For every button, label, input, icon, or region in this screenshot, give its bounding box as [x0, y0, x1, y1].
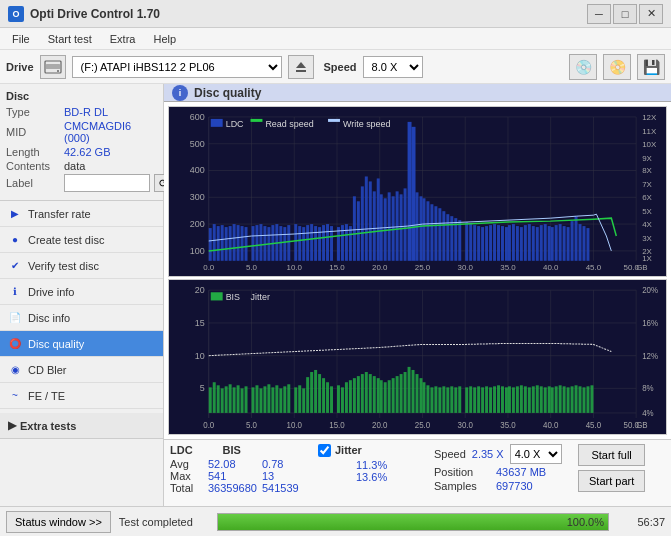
extra-section: ▶ Extra tests	[0, 413, 163, 439]
jitter-avg: 11.3%	[356, 459, 387, 471]
drive-select[interactable]: (F:) ATAPI iHBS112 2 PL06	[72, 56, 282, 78]
close-button[interactable]: ✕	[639, 4, 663, 24]
progress-label: 100.0%	[567, 514, 604, 530]
disc-mid-row: MID CMCMAGDI6 (000)	[6, 120, 157, 144]
svg-rect-50	[245, 228, 248, 262]
jitter-checkbox[interactable]	[318, 444, 331, 457]
label-input[interactable]	[64, 174, 150, 192]
nav-drive-info[interactable]: ℹ Drive info	[0, 279, 163, 305]
svg-rect-213	[353, 378, 356, 413]
verify-test-disc-icon: ✔	[8, 259, 22, 273]
ldc-chart: 600 500 400 300 200 100 12X 11X 10X 9X 8…	[168, 106, 667, 277]
svg-rect-53	[259, 225, 262, 262]
minimize-button[interactable]: ─	[587, 4, 611, 24]
svg-text:0.0: 0.0	[203, 263, 215, 272]
svg-rect-42	[213, 225, 216, 262]
svg-point-2	[57, 70, 59, 72]
svg-rect-268	[571, 387, 574, 414]
svg-rect-228	[412, 370, 415, 413]
status-window-button[interactable]: Status window >>	[6, 511, 111, 533]
svg-text:25.0: 25.0	[415, 421, 431, 430]
svg-rect-105	[473, 226, 476, 262]
svg-rect-61	[294, 225, 297, 262]
menu-extra[interactable]: Extra	[102, 31, 144, 47]
svg-text:GB: GB	[636, 421, 647, 430]
maximize-button[interactable]: □	[613, 4, 637, 24]
svg-rect-117	[520, 228, 523, 262]
svg-rect-234	[434, 387, 437, 414]
svg-rect-79	[369, 182, 372, 261]
disc-length-row: Length 42.62 GB	[6, 146, 157, 158]
menu-help[interactable]: Help	[145, 31, 184, 47]
svg-rect-204	[314, 370, 317, 413]
toolbar-btn3[interactable]: 💾	[637, 54, 665, 80]
svg-rect-46	[229, 227, 232, 262]
menu-file[interactable]: File	[4, 31, 38, 47]
svg-rect-270	[579, 387, 582, 414]
app-title: Opti Drive Control 1.70	[30, 7, 160, 21]
nav-cd-bler[interactable]: ◉ CD Bler	[0, 357, 163, 383]
toolbar-btn2[interactable]: 📀	[603, 54, 631, 80]
disc-label-row: Label ⟳	[6, 174, 157, 192]
svg-text:5: 5	[200, 384, 205, 394]
eject-button[interactable]	[288, 55, 314, 79]
svg-rect-62	[298, 227, 301, 262]
svg-text:12X: 12X	[642, 113, 657, 122]
sidebar: Disc Type BD-R DL MID CMCMAGDI6 (000) Le…	[0, 84, 164, 506]
svg-rect-183	[225, 387, 228, 414]
drive-icon-btn[interactable]	[40, 55, 66, 79]
svg-rect-80	[373, 192, 376, 261]
svg-rect-58	[279, 227, 282, 262]
speed-select-stats[interactable]: 4.0 X	[510, 444, 562, 464]
titlebar: O Opti Drive Control 1.70 ─ □ ✕	[0, 0, 671, 28]
svg-rect-201	[302, 389, 305, 414]
svg-rect-184	[229, 384, 232, 413]
svg-rect-108	[485, 227, 488, 262]
svg-rect-232	[426, 385, 429, 413]
svg-rect-186	[237, 385, 240, 413]
svg-rect-112	[501, 227, 504, 262]
stats-bar: LDC BIS Avg 52.08 0.78 Max 541 13 Tota	[164, 439, 671, 506]
nav-disc-quality[interactable]: ⭕ Disc quality	[0, 331, 163, 357]
svg-rect-221	[384, 382, 387, 413]
svg-rect-236	[442, 387, 445, 414]
start-part-button[interactable]: Start part	[578, 470, 645, 492]
fe-te-icon: ~	[8, 389, 22, 403]
disc-contents-row: Contents data	[6, 160, 157, 172]
extra-tests-header[interactable]: ▶ Extra tests	[0, 413, 163, 439]
disc-info-icon: 📄	[8, 311, 22, 325]
disc-length-label: Length	[6, 146, 64, 158]
svg-rect-48	[237, 226, 240, 262]
nav-transfer-rate[interactable]: ▶ Transfer rate	[0, 201, 163, 227]
svg-text:500: 500	[190, 139, 205, 149]
statusbar: Status window >> Test completed 100.0% 5…	[0, 506, 671, 536]
svg-rect-272	[586, 387, 589, 414]
svg-text:35.0: 35.0	[500, 263, 516, 272]
ldc-stats: LDC BIS Avg 52.08 0.78 Max 541 13 Tota	[170, 444, 302, 494]
svg-text:40.0: 40.0	[543, 421, 559, 430]
svg-text:40.0: 40.0	[543, 263, 559, 272]
menu-start-test[interactable]: Start test	[40, 31, 100, 47]
nav-disc-info[interactable]: 📄 Disc info	[0, 305, 163, 331]
nav-fe-te[interactable]: ~ FE / TE	[0, 383, 163, 409]
bis-header: BIS	[223, 444, 241, 456]
nav-create-test-disc[interactable]: ● Create test disc	[0, 227, 163, 253]
speed-select[interactable]: 8.0 X	[363, 56, 423, 78]
svg-rect-197	[283, 387, 286, 414]
svg-rect-193	[267, 384, 270, 413]
svg-rect-51	[252, 227, 255, 262]
svg-rect-185	[233, 388, 236, 414]
start-full-button[interactable]: Start full	[578, 444, 645, 466]
svg-rect-220	[380, 380, 383, 413]
avg-label: Avg	[170, 458, 204, 470]
svg-rect-219	[377, 378, 380, 413]
svg-text:5.0: 5.0	[246, 263, 258, 272]
samples-value: 697730	[496, 480, 533, 492]
nav-verify-test-disc[interactable]: ✔ Verify test disc	[0, 253, 163, 279]
svg-rect-265	[559, 385, 562, 413]
ldc-total: 36359680	[208, 482, 258, 494]
svg-rect-180	[213, 382, 216, 413]
svg-rect-239	[454, 388, 457, 414]
svg-rect-83	[412, 127, 416, 261]
toolbar-btn1[interactable]: 💿	[569, 54, 597, 80]
